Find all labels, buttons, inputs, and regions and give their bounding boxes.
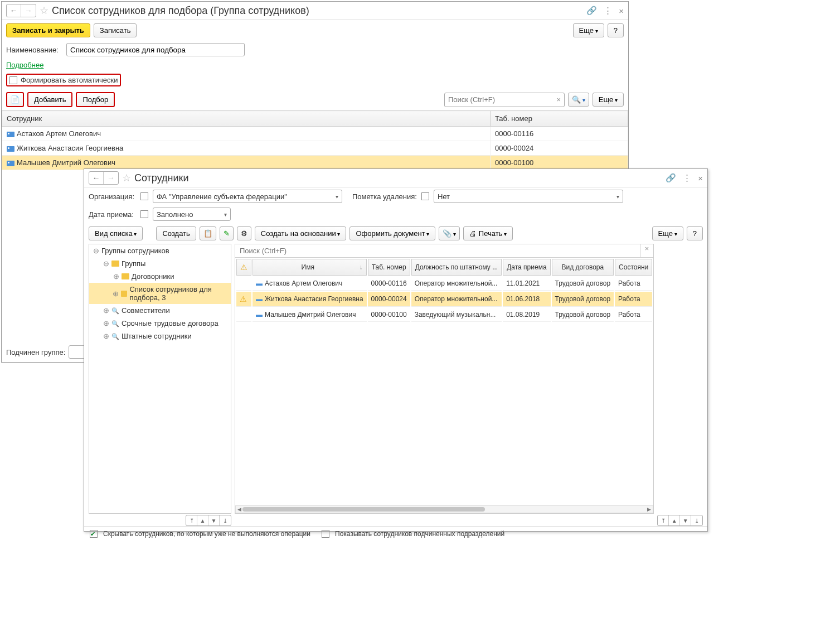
search-clear-button[interactable]: ×: [553, 95, 564, 104]
auto-checkbox[interactable]: [9, 76, 17, 84]
tree-item[interactable]: ⊕Договорники: [89, 270, 231, 283]
warning-icon: ⚠: [240, 263, 247, 272]
link-icon[interactable]: 🔗: [666, 173, 676, 183]
expander-icon[interactable]: ⊖: [103, 259, 109, 268]
close-icon[interactable]: ×: [619, 6, 624, 16]
id-card-icon: [7, 146, 14, 152]
table-row[interactable]: Малышев Дмитрий Олегович0000-00100: [2, 156, 628, 170]
name-input[interactable]: [66, 43, 245, 56]
nav-buttons: ← →: [89, 171, 119, 185]
scrollbar-thumb[interactable]: [242, 507, 485, 512]
page-down-button[interactable]: ▼: [680, 515, 691, 525]
edit-button[interactable]: ✎: [220, 226, 234, 240]
make-doc-button[interactable]: Оформить документ: [349, 226, 435, 240]
back-button[interactable]: ←: [7, 4, 21, 17]
list-toolbar: 📄 Добавить Подбор × 🔍 Еще: [2, 89, 628, 110]
page-up-button[interactable]: ▲: [669, 515, 680, 525]
expander-icon[interactable]: ⊖: [93, 247, 99, 255]
more-button[interactable]: Еще: [573, 23, 604, 37]
table-row[interactable]: ⚠ ▬Житкова Анастасия Георгиевна 0000-000…: [236, 292, 652, 307]
tree-item[interactable]: ⊕Список сотрудников для подбора, 3: [89, 283, 231, 304]
column-header[interactable]: Таб. номер: [368, 259, 410, 276]
del-enable-checkbox[interactable]: [421, 192, 429, 200]
table-row[interactable]: ▬Астахов Артем Олегович 0000-00116Операт…: [236, 277, 652, 291]
save-button[interactable]: Записать: [94, 23, 137, 37]
warning-icon: ⚠: [240, 295, 247, 303]
listview-button[interactable]: Вид списка: [89, 226, 143, 240]
help-button[interactable]: ?: [608, 23, 624, 37]
tree-item[interactable]: ⊕Срочные трудовые договора: [89, 317, 231, 330]
expander-icon[interactable]: ⊕: [103, 306, 109, 315]
create-button[interactable]: Создать: [156, 226, 196, 240]
column-header[interactable]: Дата приема: [503, 259, 550, 276]
search-menu-button[interactable]: 🔍: [568, 93, 589, 107]
folder-icon: [121, 291, 127, 297]
search-input[interactable]: [445, 95, 553, 104]
lens-icon: [111, 306, 119, 315]
create-based-button[interactable]: Создать на основании: [255, 226, 347, 240]
page-up-button[interactable]: ▲: [197, 515, 208, 525]
column-header[interactable]: Должность по штатному ...: [411, 259, 502, 276]
close-icon[interactable]: ×: [698, 173, 703, 183]
pick-button[interactable]: Подбор: [76, 92, 115, 107]
copy-button[interactable]: 📋: [200, 226, 216, 240]
employees-table: Сотрудник Таб. номер Астахов Артем Олего…: [2, 110, 628, 170]
print-button[interactable]: 🖨 Печать: [463, 226, 513, 240]
tree-item[interactable]: ⊖Группы: [89, 257, 231, 270]
org-enable-checkbox[interactable]: [140, 192, 148, 200]
col-tabnum[interactable]: Таб. номер: [490, 111, 628, 127]
config-button[interactable]: ⚙: [237, 226, 251, 240]
attach-button[interactable]: 📎: [439, 226, 460, 240]
page-down-button[interactable]: ▼: [208, 515, 220, 525]
org-select[interactable]: ФА "Управление субъекта федерации": [153, 190, 342, 203]
table-row[interactable]: ▬Малышев Дмитрий Олегович 0000-00100Заве…: [236, 308, 652, 322]
forward-button[interactable]: →: [104, 172, 118, 184]
expander-icon[interactable]: ⊕: [113, 272, 119, 281]
del-select[interactable]: Нет: [434, 190, 623, 203]
tree-root[interactable]: ⊖ Группы сотрудников: [89, 244, 231, 257]
data-search-input[interactable]: [235, 244, 640, 257]
table-row[interactable]: Астахов Артем Олегович0000-00116: [2, 127, 628, 141]
page-last-button[interactable]: ⤓: [220, 515, 231, 525]
tree-item[interactable]: ⊕Штатные сотрудники: [89, 330, 231, 343]
col-employee[interactable]: Сотрудник: [2, 111, 491, 127]
data-search: ×: [235, 244, 653, 258]
table-row[interactable]: Житкова Анастасия Георгиевна0000-00024: [2, 141, 628, 156]
save-and-close-button[interactable]: Записать и закрыть: [6, 23, 90, 37]
column-header[interactable]: Вид договора: [552, 259, 614, 276]
expander-icon[interactable]: ⊕: [113, 290, 119, 298]
data-panel: × ⚠Имя ↓Таб. номерДолжность по штатному …: [235, 244, 654, 514]
list-more-button[interactable]: Еще: [593, 93, 624, 107]
back-button[interactable]: ←: [89, 172, 104, 184]
data-search-clear[interactable]: ×: [640, 244, 654, 257]
data-paging: ⤒ ▲ ▼ ⤓: [657, 515, 703, 526]
page-first-button[interactable]: ⤒: [186, 515, 197, 525]
forward-button[interactable]: →: [21, 4, 36, 17]
hide-checkbox[interactable]: [90, 530, 98, 538]
h-scrollbar[interactable]: ◀ ▶: [235, 505, 653, 513]
new-folder-button[interactable]: 📄: [6, 92, 24, 107]
page-last-button[interactable]: ⤓: [691, 515, 702, 525]
column-header[interactable]: Имя ↓: [253, 259, 367, 276]
menu-icon[interactable]: ⋮: [683, 173, 691, 183]
hired-enable-checkbox[interactable]: [140, 210, 148, 218]
list-more-button[interactable]: Еще: [652, 226, 683, 240]
help-button[interactable]: ?: [687, 226, 703, 240]
column-header[interactable]: Состояни: [615, 259, 652, 276]
name-row: Наименование:: [2, 41, 628, 59]
record-icon: ▬: [256, 311, 263, 319]
show-sub-checkbox[interactable]: [322, 530, 329, 538]
link-icon[interactable]: 🔗: [586, 6, 597, 16]
add-button[interactable]: Добавить: [27, 92, 72, 107]
page-first-button[interactable]: ⤒: [658, 515, 669, 525]
filter-row-1: Организация: ФА "Управление субъекта фед…: [84, 187, 707, 205]
expander-icon[interactable]: ⊕: [103, 332, 109, 340]
expander-icon[interactable]: ⊕: [103, 319, 109, 327]
favorite-icon[interactable]: ☆: [122, 172, 131, 184]
nav-buttons: ← →: [6, 4, 36, 17]
menu-icon[interactable]: ⋮: [604, 6, 612, 16]
hired-select[interactable]: Заполнено: [153, 208, 231, 221]
tree-item[interactable]: ⊕Совместители: [89, 304, 231, 317]
favorite-icon[interactable]: ☆: [40, 4, 48, 17]
details-link[interactable]: Подробнее: [6, 61, 43, 69]
